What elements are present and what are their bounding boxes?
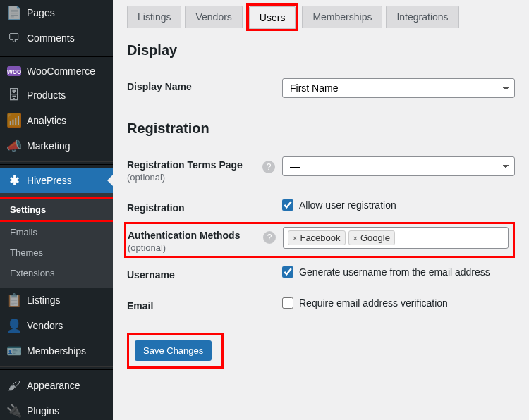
sidebar-item-vendors[interactable]: 👤Vendors [0,313,113,338]
checkbox-email-verification[interactable] [282,297,293,309]
products-icon: 🗄 [7,88,21,102]
row-reg-terms: Registration Terms Page(optional) ? — [127,148,515,191]
memberships-icon: 🪪 [7,344,21,358]
sidebar-label: Comments [27,32,75,44]
label-display-name: Display Name [127,78,282,92]
sidebar-label: Plugins [27,405,59,416]
hivepress-submenu: Settings Emails Themes Extensions [0,193,113,288]
sidebar-label: HivePress [27,175,72,186]
remove-icon[interactable]: × [293,234,297,242]
sidebar-item-listings[interactable]: 📋Listings [0,288,113,313]
row-registration: Registration Allow user registration [127,191,515,222]
checkbox-label: Generate username from the email address [299,266,490,278]
woo-icon: woo [7,66,21,76]
tab-vendors[interactable]: Vendors [185,6,242,28]
label-registration: Registration [127,199,282,214]
checkbox-label: Require email address verification [299,297,448,309]
section-registration-heading: Registration [127,121,515,137]
checkbox-generate-username[interactable] [282,266,293,278]
help-icon[interactable]: ? [263,231,276,244]
submenu-emails[interactable]: Emails [0,222,113,242]
sidebar-item-pages[interactable]: 📄Pages [0,0,113,25]
highlight-save: Save Changes [127,333,224,369]
sidebar-item-memberships[interactable]: 🪪Memberships [0,338,113,364]
sidebar-item-woocommerce[interactable]: wooWooCommerce [0,60,113,82]
hivepress-icon: ✱ [7,173,21,187]
sidebar-label: Pages [27,7,55,18]
sidebar-item-appearance[interactable]: 🖌Appearance [0,373,113,398]
sidebar-label: Listings [27,295,60,306]
marketing-icon: 📣 [7,139,21,153]
checkbox-label: Allow user registration [299,199,396,211]
tab-memberships[interactable]: Memberships [302,6,382,28]
tab-listings[interactable]: Listings [127,6,181,28]
sidebar-label: Appearance [27,380,80,391]
sidebar-label: Vendors [27,320,63,331]
save-button[interactable]: Save Changes [135,340,212,361]
content-area: Listings Vendors Users Memberships Integ… [113,0,529,420]
sidebar-item-products[interactable]: 🗄Products [0,82,113,108]
row-username: Username Generate username from the emai… [127,258,515,289]
select-display-name[interactable]: First Name [282,78,515,98]
tab-integrations[interactable]: Integrations [386,6,458,28]
highlight-users-tab: Users [246,3,299,31]
separator [0,366,113,370]
label-username: Username [127,266,282,280]
sidebar-item-marketing[interactable]: 📣Marketing [0,133,113,159]
separator [0,54,113,57]
sidebar-item-plugins[interactable]: 🔌Plugins [0,398,113,420]
sidebar-item-comments[interactable]: 🗨Comments [0,25,113,51]
help-icon[interactable]: ? [262,161,275,173]
appearance-icon: 🖌 [7,378,21,393]
select-reg-terms[interactable]: — [282,156,515,176]
listings-icon: 📋 [7,293,21,307]
separator [0,161,113,165]
sidebar-item-hivepress[interactable]: ✱HivePress [0,168,113,193]
plugins-icon: 🔌 [7,404,21,418]
sidebar-label: WooCommerce [27,66,95,77]
sidebar-label: Analytics [27,115,66,126]
submenu-extensions[interactable]: Extensions [0,263,113,283]
tab-users[interactable]: Users [249,6,296,29]
token-facebook[interactable]: ×Facebook [288,230,346,245]
sidebar-label: Memberships [27,345,86,357]
row-email: Email Require email address verification [127,289,515,320]
token-google[interactable]: ×Google [348,230,395,245]
sidebar-label: Products [27,89,66,101]
label-reg-terms: Registration Terms Page(optional) [127,156,282,183]
pages-icon: 📄 [7,6,21,20]
admin-sidebar: 📄Pages 🗨Comments wooWooCommerce 🗄Product… [0,0,113,420]
submenu-themes[interactable]: Themes [0,242,113,263]
comments-icon: 🗨 [7,31,21,45]
row-auth-methods: Authentication Methods(optional) ? ×Face… [124,222,515,258]
sidebar-label: Marketing [27,140,70,152]
label-email: Email [127,297,282,311]
submenu-settings[interactable]: Settings [0,197,113,222]
remove-icon[interactable]: × [353,234,358,242]
row-display-name: Display Name First Name [127,70,515,106]
sidebar-item-analytics[interactable]: 📶Analytics [0,108,113,133]
section-display-heading: Display [127,42,515,58]
auth-methods-input[interactable]: ×Facebook ×Google [283,227,509,249]
checkbox-allow-registration[interactable] [282,199,293,211]
vendors-icon: 👤 [7,319,21,333]
analytics-icon: 📶 [7,113,21,128]
settings-tabs: Listings Vendors Users Memberships Integ… [127,6,515,28]
label-auth-methods: Authentication Methods(optional) [128,227,283,253]
